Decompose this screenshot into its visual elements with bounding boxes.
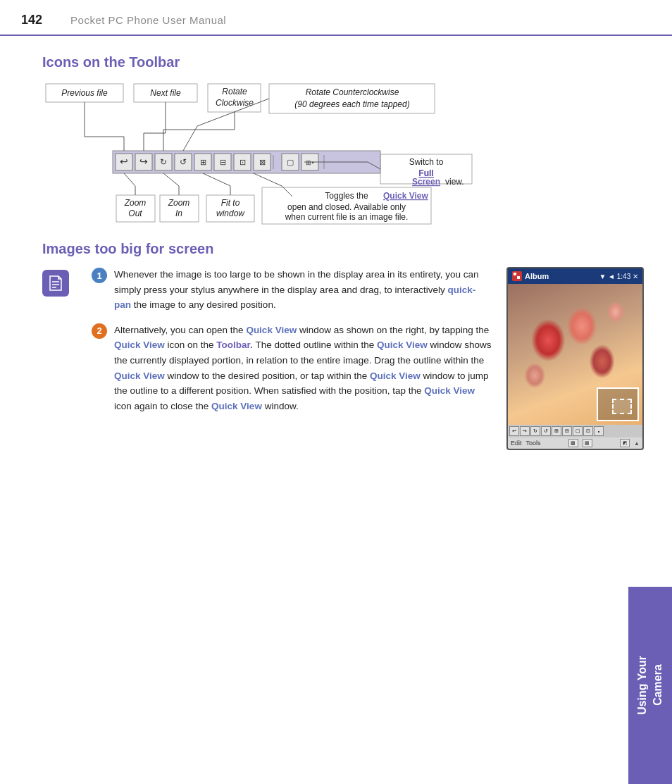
- device-tb-btn-5: ⊞: [552, 426, 561, 436]
- quick-view-outline: [612, 399, 632, 414]
- side-tab-text: Using YourCamera: [635, 656, 666, 715]
- main-content: Icons on the Toolbar Previous file Next …: [0, 36, 672, 464]
- device-menu-edit[interactable]: Edit: [511, 440, 522, 447]
- images-section: Images too big for screen: [42, 241, 644, 450]
- note-svg-icon: [47, 275, 64, 292]
- device-screenshot: Album ▼ ◄ 1:43 ✕ ↩ ↪ ↻ ↺: [506, 267, 644, 450]
- device-titlebar: Album ▼ ◄ 1:43 ✕: [508, 268, 642, 284]
- svg-text:(90 degrees each time tapped): (90 degrees each time tapped): [294, 99, 409, 109]
- quick-view-link-2: Quick View: [114, 340, 165, 350]
- svg-text:Out: Out: [128, 209, 142, 218]
- device-menu-btn-1[interactable]: ▩: [568, 439, 578, 447]
- svg-text:Rotate Counterclockwise: Rotate Counterclockwise: [306, 87, 399, 97]
- device-image-area: [508, 284, 642, 425]
- svg-text:Toggles the: Toggles the: [325, 191, 368, 201]
- device-tb-btn-1: ↩: [509, 426, 519, 436]
- device-status: ▼ ◄ 1:43 ✕: [599, 273, 638, 280]
- images-section-heading: Images too big for screen: [42, 241, 644, 257]
- toolbar-diagram-svg: Previous file Next file Rotate Clockwise…: [42, 80, 535, 228]
- quick-view-link-7: Quick View: [211, 401, 262, 411]
- quick-view-thumbnail: [597, 387, 639, 421]
- svg-text:Zoom: Zoom: [124, 198, 147, 208]
- page-header: 142 Pocket PC Phone User Manual: [0, 0, 672, 36]
- step-1: 1 Whenever the image is too large to be …: [92, 267, 492, 313]
- device-tb-btn-2: ↪: [520, 426, 530, 436]
- device-tb-btn-6: ⊟: [562, 426, 572, 436]
- device-tb-btn-9: •: [594, 426, 604, 436]
- quick-view-link-6: Quick View: [424, 385, 475, 396]
- toolbar-section: Icons on the Toolbar Previous file Next …: [42, 54, 644, 228]
- quick-view-link-5: Quick View: [370, 371, 421, 381]
- svg-text:Previous file: Previous file: [61, 88, 108, 98]
- steps-column: 1 Whenever the image is too large to be …: [92, 267, 492, 423]
- svg-text:view.: view.: [445, 177, 464, 187]
- svg-text:↻: ↻: [160, 157, 167, 167]
- svg-text:Next file: Next file: [150, 88, 181, 98]
- step-1-text: Whenever the image is too large to be sh…: [114, 267, 492, 313]
- device-menubar: Edit Tools ▩ ▦ ◩ ▲: [508, 437, 642, 449]
- svg-text:⊞•: ⊞•: [306, 159, 313, 166]
- device-app-icon: [512, 271, 522, 281]
- svg-text:⊡: ⊡: [239, 158, 246, 166]
- svg-text:Rotate: Rotate: [222, 87, 247, 97]
- side-tab: Using YourCamera: [628, 587, 672, 784]
- step-2: 2 Alternatively, you can open the Quick …: [92, 323, 492, 414]
- device-toolbar: ↩ ↪ ↻ ↺ ⊞ ⊟ ▢ ⊡ •: [508, 425, 642, 437]
- step-2-text: Alternatively, you can open the Quick Vi…: [114, 323, 492, 414]
- svg-line-70: [203, 173, 230, 186]
- svg-text:↩: ↩: [120, 156, 128, 167]
- device-menu-tools[interactable]: Tools: [526, 440, 541, 447]
- svg-text:Screen: Screen: [412, 177, 440, 187]
- svg-line-68: [163, 173, 179, 186]
- svg-line-72: [254, 173, 282, 186]
- svg-text:Quick View: Quick View: [383, 191, 428, 201]
- note-icon: [42, 270, 69, 297]
- quick-pan-highlight: quick-pan: [114, 285, 475, 311]
- device-icon-svg: [514, 273, 521, 280]
- quick-view-link-4: Quick View: [114, 371, 165, 381]
- step-2-number: 2: [92, 323, 107, 339]
- step-1-number: 1: [92, 268, 107, 283]
- device-menu-btn-2[interactable]: ▦: [583, 439, 592, 447]
- toolbar-link: Toolbar.: [216, 340, 253, 350]
- svg-text:↺: ↺: [180, 157, 187, 167]
- svg-text:In: In: [175, 209, 182, 218]
- svg-rect-77: [514, 273, 516, 275]
- page-title: Pocket PC Phone User Manual: [70, 14, 226, 26]
- svg-text:⊠: ⊠: [259, 158, 266, 166]
- svg-line-66: [124, 173, 135, 186]
- quick-view-link-3: Quick View: [377, 340, 428, 350]
- note-icon-column: [42, 267, 77, 297]
- device-tb-btn-7: ▢: [573, 426, 583, 436]
- toolbar-diagram: Previous file Next file Rotate Clockwise…: [42, 80, 535, 228]
- svg-text:Fit to: Fit to: [221, 198, 240, 208]
- toolbar-heading: Icons on the Toolbar: [42, 54, 644, 70]
- quick-view-link-1: Quick View: [246, 325, 297, 335]
- svg-rect-78: [517, 276, 520, 279]
- svg-text:Zoom: Zoom: [168, 198, 190, 208]
- device-tb-btn-4: ↺: [541, 426, 551, 436]
- device-title-label: Album: [525, 272, 549, 280]
- svg-text:↪: ↪: [139, 156, 148, 167]
- device-tb-btn-8: ⊡: [583, 426, 593, 436]
- svg-text:Switch to: Switch to: [409, 157, 444, 167]
- device-tb-btn-3: ↻: [530, 426, 540, 436]
- svg-text:window: window: [216, 209, 245, 218]
- page-number: 142: [21, 13, 42, 27]
- svg-text:Full: Full: [418, 168, 433, 178]
- svg-text:when current file is an image : when current file is an image file.: [285, 212, 409, 222]
- svg-text:⊟: ⊟: [220, 158, 226, 166]
- device-menu-arrow: ▲: [634, 440, 640, 447]
- device-menu-btn-3[interactable]: ◩: [620, 439, 630, 447]
- svg-text:▢: ▢: [287, 158, 294, 166]
- svg-text:open and closed. Available onl: open and closed. Available only: [287, 202, 406, 212]
- svg-text:⊞: ⊞: [200, 158, 206, 166]
